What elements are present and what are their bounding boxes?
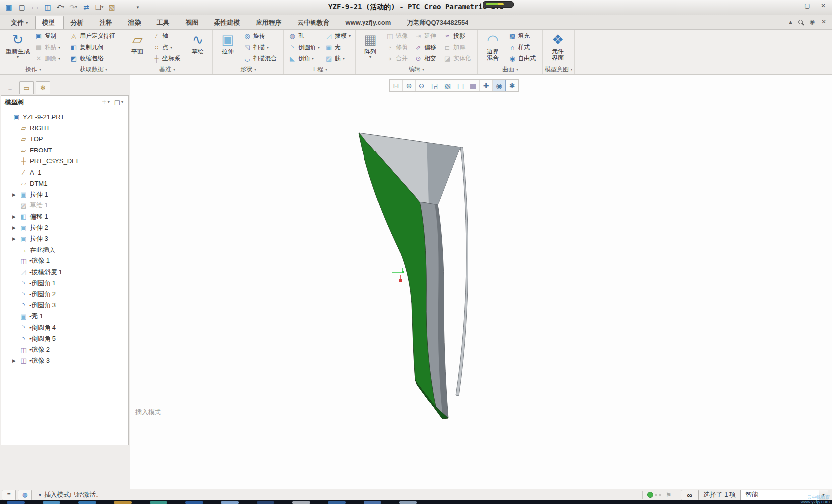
pattern-button[interactable]: ▦ 阵列 ▾ <box>358 30 383 65</box>
taskbar-app-icon[interactable] <box>399 501 417 504</box>
freestyle-button[interactable]: ◉ 自由式 <box>506 53 540 64</box>
tree-item-shell-1[interactable]: ▣ ▪ 壳 1 <box>1 311 128 322</box>
taskbar-app-icon[interactable] <box>7 501 25 504</box>
tree-item-csys[interactable]: ┼ PRT_CSYS_DEF <box>1 156 128 167</box>
revolve-button[interactable]: ◎ 旋转 <box>241 30 281 42</box>
collapse-ribbon-icon[interactable]: ▴ <box>789 18 792 25</box>
find-binoculars-button[interactable]: ∞ <box>681 490 699 500</box>
group-label[interactable]: 模型意图▾ <box>545 65 572 74</box>
copy-geometry-button[interactable]: ◧ 复制几何 <box>67 42 120 53</box>
chamfer-button[interactable]: ◣ 倒角 ▾ <box>286 53 322 64</box>
tree-item-round-1[interactable]: ◝ ▪ 倒圆角 1 <box>1 278 128 289</box>
style-button[interactable]: ∩ 样式 <box>506 42 540 53</box>
os-taskbar[interactable] <box>0 500 832 504</box>
taskbar-app-icon[interactable] <box>221 501 239 504</box>
folder-browser-tab[interactable]: ▭ <box>19 81 34 94</box>
zoom-in-button[interactable]: ⊕ <box>403 80 416 91</box>
component-interface-button[interactable]: ❖ 元件 界面 <box>545 30 571 65</box>
thicken-button[interactable]: ⊏ 加厚 <box>441 42 475 53</box>
model-back-edge-face[interactable] <box>456 147 468 396</box>
tab-tools[interactable]: 工具 <box>150 16 179 29</box>
tree-item-round-3[interactable]: ◝ ▪ 倒圆角 3 <box>1 300 128 311</box>
extend-button[interactable]: ⇥ 延伸 <box>412 30 441 42</box>
taskbar-app-icon[interactable] <box>292 501 310 504</box>
shell-button[interactable]: ▣ 壳 <box>322 42 353 53</box>
app-icon[interactable]: ▣ <box>3 1 15 13</box>
customize-quick-access-button[interactable]: ▾ <box>132 1 144 13</box>
saved-orientations-button[interactable]: ▤ <box>454 80 467 91</box>
expander-icon[interactable]: ▶ <box>12 358 19 363</box>
tab-render[interactable]: 渲染 <box>121 16 150 29</box>
zoom-region-button[interactable]: ⊡ <box>390 80 403 91</box>
project-button[interactable]: ≈ 投影 <box>441 30 475 42</box>
tab-file[interactable]: 文件 ▾ <box>4 16 35 29</box>
delete-button[interactable]: ✕ 删除 ▾ <box>32 53 63 64</box>
group-label[interactable]: 获取数据▾ <box>67 65 120 74</box>
csys-button[interactable]: ┼ 坐标系 <box>150 53 185 64</box>
tree-item-extrude-2[interactable]: ▶ ▣ 拉伸 2 <box>1 222 128 233</box>
tree-item-draft-1[interactable]: ◿ ▪ 拔模斜度 1 <box>1 266 128 277</box>
merge-button[interactable]: ◑ 合并 <box>383 53 412 64</box>
taskbar-app-icon[interactable] <box>364 501 381 504</box>
sweep-button[interactable]: ◹ 扫描 ▾ <box>241 42 281 53</box>
rib-button[interactable]: ▨ 筋 ▾ <box>322 53 353 64</box>
save-button[interactable]: ◫ <box>42 1 53 13</box>
view-manager-button[interactable]: ▥ <box>467 80 480 91</box>
favorites-tab[interactable]: ✻ <box>36 81 50 94</box>
taskbar-app-icon[interactable] <box>328 501 346 504</box>
trim-button[interactable]: ◔ 修剪 <box>383 42 412 53</box>
expander-icon[interactable]: ▶ <box>12 225 19 230</box>
tree-item-mirror-3[interactable]: ▶ ◫ ▪ 镜像 3 <box>1 355 128 366</box>
tree-item-extrude-3[interactable]: ▶ ▣ 拉伸 3 <box>1 233 128 244</box>
sketch-button[interactable]: ∿ 草绘 <box>185 30 210 65</box>
tree-item-round-2[interactable]: ◝ ▪ 倒圆角 2 <box>1 289 128 300</box>
annotation-display-button[interactable]: ◉ <box>493 80 506 91</box>
udf-button[interactable]: ◬ 用户定义特征 <box>67 30 120 42</box>
swept-blend-button[interactable]: ◡ 扫描混合 <box>241 53 281 64</box>
display-filters-icon[interactable]: ◉ <box>809 18 814 25</box>
close-icon[interactable]: ✕ <box>821 18 826 25</box>
expander-icon[interactable]: ▶ <box>12 236 19 241</box>
browser-toggle-button[interactable]: ◍ <box>18 490 32 500</box>
flag-icon[interactable]: ⚑ <box>666 491 672 499</box>
switch-windows-button[interactable]: ❏ ▾ <box>93 1 105 13</box>
model-tree-tab[interactable]: ≡ <box>3 81 17 94</box>
draft-button[interactable]: ◿ 拔模 ▾ <box>322 30 353 42</box>
taskbar-app-icon[interactable] <box>185 501 203 504</box>
datum-display-button[interactable]: ✚ <box>480 80 493 91</box>
copy-button[interactable]: ▣ 复制 <box>32 30 63 42</box>
taskbar-app-icon[interactable] <box>43 501 60 504</box>
expander-icon[interactable]: ▶ <box>12 192 19 197</box>
hole-button[interactable]: ◍ 孔 <box>286 30 322 42</box>
tree-item-plane-top[interactable]: ▱ TOP <box>1 134 128 145</box>
undo-button[interactable]: ↶ ▾ <box>54 1 66 13</box>
shrinkwrap-button[interactable]: ◩ 收缩包络 <box>67 53 120 64</box>
open-button[interactable]: ▭ <box>29 1 41 13</box>
navigator-toggle-button[interactable]: ≡ <box>2 490 16 500</box>
group-label[interactable]: 曲面▾ <box>480 65 540 74</box>
solidify-button[interactable]: ◪ 实体化 <box>441 53 475 64</box>
paste-button[interactable]: ▤ 粘贴 ▾ <box>32 42 63 53</box>
display-style-button[interactable]: ▧ <box>441 80 454 91</box>
zoom-out-button[interactable]: ⊖ <box>416 80 428 91</box>
regenerate-quick-button[interactable]: ⇄ <box>80 1 92 13</box>
tab-applications[interactable]: 应用程序 <box>249 16 291 29</box>
new-file-button[interactable]: ▢ <box>16 1 28 13</box>
fill-button[interactable]: ▩ 填充 <box>506 30 540 42</box>
tab-annotate[interactable]: 注释 <box>93 16 121 29</box>
taskbar-app-icon[interactable] <box>114 501 132 504</box>
tree-item-mirror-1[interactable]: ◫ ▪ 镜像 1 <box>1 255 128 266</box>
tree-item-mirror-2[interactable]: ◫ ▪ 镜像 2 <box>1 344 128 355</box>
axis-button[interactable]: ∕ 轴 <box>150 30 185 42</box>
boundary-blend-button[interactable]: ◠ 边界 混合 <box>480 30 506 65</box>
plane-button[interactable]: ▱ 平面 <box>124 30 150 65</box>
taskbar-app-icon[interactable] <box>78 501 96 504</box>
tree-item-axis-a1[interactable]: ∕ A_1 <box>1 167 128 178</box>
tab-model[interactable]: 模型 <box>35 16 64 29</box>
regenerate-button[interactable]: ↻ 重新生成 ▾ <box>3 30 32 65</box>
group-label[interactable]: 形状▾ <box>215 65 281 74</box>
tab-yunzhongfan[interactable]: 云中帆教育 <box>291 16 339 29</box>
tree-item-sketch-1[interactable]: ▨ 草绘 1 <box>1 200 128 211</box>
spin-center-button[interactable]: ✱ <box>506 80 518 91</box>
taskbar-app-icon[interactable] <box>257 501 274 504</box>
